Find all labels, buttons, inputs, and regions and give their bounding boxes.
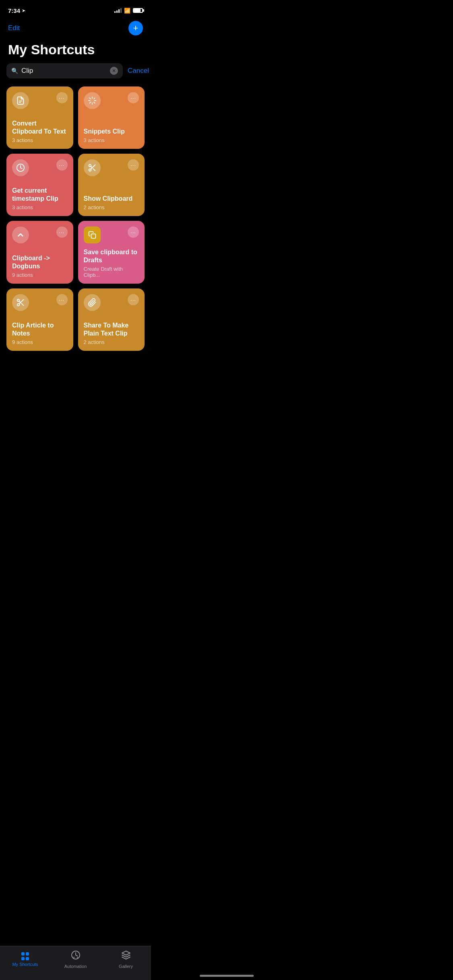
card-get-timestamp[interactable]: ··· Get current timestamp Clip 3 actions	[6, 154, 73, 216]
card-show-clipboard[interactable]: ··· Show Clipboard 2 actions	[78, 154, 145, 216]
card-subtitle: 2 actions	[84, 339, 139, 345]
card-icon-paperclip	[84, 294, 101, 311]
svg-line-4	[89, 98, 91, 99]
card-title: Clipboard -> Dogbuns	[12, 254, 68, 270]
card-subtitle: 3 actions	[12, 137, 68, 143]
card-icon-clock	[12, 159, 29, 176]
card-icon-copy-square	[84, 226, 101, 243]
svg-line-14	[93, 169, 95, 171]
svg-line-20	[21, 303, 23, 305]
card-subtitle: 9 actions	[12, 272, 68, 278]
card-icon-scissors2	[12, 294, 29, 311]
card-title: Snippets Clip	[84, 128, 139, 136]
card-subtitle: Create Draft with Clipb...	[84, 266, 139, 278]
card-title: Save clipboard to Drafts	[84, 248, 139, 264]
clear-search-button[interactable]: ✕	[110, 67, 118, 75]
status-bar: 7:34 ➤ 📶	[0, 0, 151, 18]
svg-line-9	[93, 98, 95, 99]
card-subtitle: 3 actions	[12, 204, 68, 210]
card-title: Show Clipboard	[84, 195, 139, 203]
more-button[interactable]: ···	[128, 159, 139, 171]
header: Edit +	[0, 18, 151, 40]
card-save-drafts[interactable]: ··· Save clipboard to Drafts Create Draf…	[78, 221, 145, 284]
more-button[interactable]: ···	[128, 294, 139, 305]
add-button[interactable]: +	[128, 21, 143, 35]
edit-button[interactable]: Edit	[8, 24, 20, 32]
card-clipboard-dogbuns[interactable]: ··· Clipboard -> Dogbuns 9 actions	[6, 221, 73, 284]
card-subtitle: 3 actions	[84, 137, 139, 143]
card-icon-document	[12, 92, 29, 109]
card-icon-chevron-up	[12, 226, 29, 243]
status-time: 7:34 ➤	[8, 7, 25, 14]
card-icon-sparkle	[84, 92, 101, 109]
svg-line-15	[91, 166, 92, 168]
card-title: Get current timestamp Clip	[12, 187, 68, 203]
more-button[interactable]: ···	[56, 226, 68, 238]
search-icon: 🔍	[11, 68, 18, 74]
wifi-icon: 📶	[124, 8, 130, 14]
card-snippets-clip[interactable]: ··· Snippets Clip 3 actions	[78, 86, 145, 149]
cancel-search-button[interactable]: Cancel	[128, 67, 149, 75]
card-title: Clip Article to Notes	[12, 321, 68, 338]
card-title: Convert Clipboard To Text	[12, 119, 68, 136]
more-button[interactable]: ···	[128, 92, 139, 103]
battery-icon	[133, 8, 143, 13]
more-button[interactable]: ···	[56, 92, 68, 103]
svg-line-8	[89, 102, 91, 103]
card-subtitle: 9 actions	[12, 339, 68, 345]
card-title: Share To Make Plain Text Clip	[84, 321, 139, 338]
search-input[interactable]	[21, 67, 107, 75]
more-button[interactable]: ···	[128, 226, 139, 238]
card-convert-clipboard[interactable]: ··· Convert Clipboard To Text 3 actions	[6, 86, 73, 149]
card-subtitle: 2 actions	[84, 204, 139, 210]
search-bar[interactable]: 🔍 ✕	[6, 63, 123, 78]
svg-rect-16	[91, 234, 95, 239]
card-clip-article[interactable]: ··· Clip Article to Notes 9 actions	[6, 288, 73, 351]
status-icons: 📶	[114, 8, 143, 14]
more-button[interactable]: ···	[56, 294, 68, 305]
card-share-plain[interactable]: ··· Share To Make Plain Text Clip 2 acti…	[78, 288, 145, 351]
page-title: My Shortcuts	[0, 40, 151, 63]
more-button[interactable]: ···	[56, 159, 68, 171]
location-icon: ➤	[22, 8, 25, 13]
svg-line-5	[93, 102, 95, 103]
signal-bars	[114, 8, 122, 13]
card-icon-scissors	[84, 159, 101, 176]
search-row: 🔍 ✕ Cancel	[0, 63, 151, 86]
svg-line-21	[19, 301, 21, 303]
shortcuts-grid: ··· Convert Clipboard To Text 3 actions	[0, 86, 151, 359]
